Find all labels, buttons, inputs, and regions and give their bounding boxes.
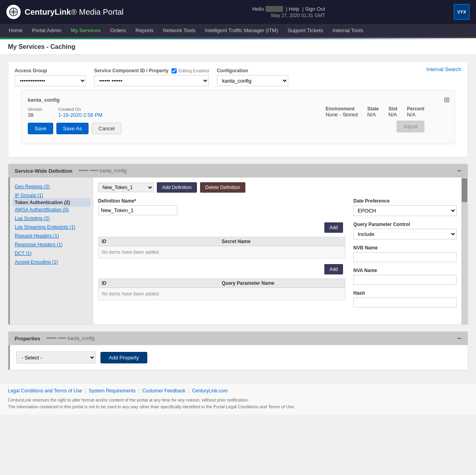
definition-left-panel: Definition Name* Add ID bbox=[98, 198, 345, 313]
sidebar-dct[interactable]: DCT (1) bbox=[15, 249, 88, 258]
nav-support-tickets[interactable]: Support Tickets bbox=[283, 24, 328, 37]
search-section: Internal Search Access Group •••••••••••… bbox=[8, 62, 468, 157]
slot-value: N/A bbox=[388, 112, 397, 118]
sidebar-log-streaming[interactable]: Log Streaming Endpoints (1) bbox=[15, 223, 88, 232]
nva-name-input[interactable] bbox=[353, 275, 457, 285]
hash-input[interactable] bbox=[353, 297, 457, 307]
service-component-label: Service Component ID / Property bbox=[94, 68, 168, 73]
config-name: kanta_config bbox=[28, 97, 448, 103]
created-on-value: 1-16-2020 2:56 PM bbox=[58, 112, 102, 118]
spreadsheet-icon[interactable]: ⊞ bbox=[444, 95, 450, 104]
definition-name-input[interactable] bbox=[98, 205, 177, 215]
page-title: My Services - Caching bbox=[8, 43, 468, 50]
footer-centurylink-link[interactable]: CenturyLink.com bbox=[189, 388, 231, 394]
sidebar-aws4[interactable]: AWS4 Authentification (0) bbox=[15, 205, 88, 214]
internal-search-link[interactable]: Internal Search bbox=[426, 66, 461, 72]
slot-label: Slot bbox=[388, 106, 397, 112]
sign-out-link[interactable]: Sign Out bbox=[305, 6, 325, 12]
footer-feedback-link[interactable]: Customer Feedback bbox=[139, 388, 189, 394]
add-qp-button[interactable]: Add bbox=[324, 264, 343, 274]
configuration-select[interactable]: kanta_config bbox=[217, 75, 288, 86]
definition-select[interactable]: New_Token_1 bbox=[98, 183, 154, 192]
header-date: May 27, 2020 01:31 GMT bbox=[271, 13, 325, 18]
service-component-label-row: Service Component ID / Property Editing … bbox=[94, 68, 209, 73]
secret-table: ID Secret Name No items have been added. bbox=[98, 237, 345, 259]
created-on-item: Created On 1-16-2020 2:56 PM bbox=[58, 106, 102, 118]
nav-my-services[interactable]: My Services bbox=[66, 24, 105, 37]
configuration-group: Configuration kanta_config bbox=[217, 68, 288, 86]
service-wide-header: Service-Wide Definition •••••• ••••• kan… bbox=[8, 164, 468, 178]
swd-content: Geo Regions (2) IP Groups (1) Token Auth… bbox=[10, 178, 468, 324]
qp-control-label: Query Parameter Control bbox=[353, 222, 457, 227]
nvb-name-field: NVB Name bbox=[353, 245, 457, 262]
sidebar-geo-regions[interactable]: Geo Regions (2) bbox=[15, 182, 88, 191]
properties-row: - Select - Add Property bbox=[16, 351, 461, 363]
environment-info: Environment None - Stored State N/A Slot… bbox=[326, 106, 424, 132]
nav-network-tools[interactable]: Network Tools bbox=[158, 24, 200, 37]
nva-name-label: NVA Name bbox=[353, 268, 457, 273]
config-actions: Save Save As Cancel bbox=[28, 123, 121, 134]
delete-definition-button[interactable]: Delete Definition bbox=[200, 182, 245, 193]
cancel-button[interactable]: Cancel bbox=[92, 123, 121, 134]
percent-item: Percent N/A bbox=[407, 106, 424, 118]
swd-scrollbar[interactable] bbox=[461, 178, 468, 324]
sidebar-request-headers[interactable]: Request Headers (1) bbox=[15, 232, 88, 240]
config-inner-card: ⊞ kanta_config Version 38 Created On 1-1… bbox=[21, 90, 455, 144]
header-logo: CenturyLink® Media Portal bbox=[6, 5, 123, 19]
service-wide-toggle[interactable]: − bbox=[457, 167, 461, 174]
qp-control-select[interactable]: Include bbox=[353, 229, 457, 239]
save-as-button[interactable]: Save As bbox=[56, 123, 89, 134]
footer-links: Legal Conditions and Terms of Use System… bbox=[8, 388, 468, 394]
qp-control-field: Query Parameter Control Include bbox=[353, 222, 457, 239]
service-component-select[interactable]: •••••• •••••• bbox=[94, 75, 209, 86]
swd-sidebar: Geo Regions (2) IP Groups (1) Token Auth… bbox=[10, 178, 93, 324]
nav-itm[interactable]: Intelligent Traffic Manager (ITM) bbox=[200, 24, 283, 37]
add-secret-btn-row: Add bbox=[98, 221, 345, 234]
footer-legal-link[interactable]: Legal Conditions and Terms of Use bbox=[8, 388, 86, 394]
qp-table-header: ID Query Parameter Name bbox=[98, 279, 345, 288]
help-link[interactable]: Help bbox=[289, 6, 299, 12]
properties-title-row: Properties •••••• ••••• kanta_config bbox=[15, 336, 94, 342]
qp-table-body: No items have been added. bbox=[98, 288, 345, 300]
access-group-select[interactable]: •••••••••••••• bbox=[15, 75, 86, 86]
environment-item: Environment None - Stored bbox=[326, 106, 358, 118]
slot-item: Slot N/A bbox=[388, 106, 397, 118]
state-item: State N/A bbox=[367, 106, 379, 118]
add-definition-button[interactable]: Add Definition bbox=[157, 182, 197, 193]
header: CenturyLink® Media Portal Hello ••••••••… bbox=[0, 0, 476, 24]
nvb-name-input[interactable] bbox=[353, 252, 457, 262]
properties-body: - Select - Add Property bbox=[8, 345, 468, 370]
footer-system-req-link[interactable]: System Requirements bbox=[86, 388, 139, 394]
sidebar-accept-encoding[interactable]: Accept-Encoding (1) bbox=[15, 258, 88, 266]
nav-home[interactable]: Home bbox=[4, 24, 27, 37]
sidebar-lua-scripting[interactable]: Lua Scripting (2) bbox=[15, 214, 88, 223]
nav-bar: Home Portal Admin My Services Orders Rep… bbox=[0, 24, 476, 38]
add-qp-btn-row: Add bbox=[98, 263, 345, 276]
adjust-button[interactable]: Adjust bbox=[397, 121, 424, 132]
config-info-row: Version 38 Created On 1-16-2020 2:56 PM bbox=[28, 106, 121, 118]
editing-enabled-checkbox[interactable] bbox=[172, 68, 177, 73]
properties-select[interactable]: - Select - bbox=[16, 351, 96, 363]
save-button[interactable]: Save bbox=[28, 123, 53, 134]
nav-orders[interactable]: Orders bbox=[106, 24, 131, 37]
search-form-row: Access Group •••••••••••••• Service Comp… bbox=[15, 68, 461, 86]
qp-id-header: ID bbox=[102, 280, 222, 286]
nav-portal-admin[interactable]: Portal Admin bbox=[27, 24, 66, 37]
nav-internal-tools[interactable]: Internal Tools bbox=[328, 24, 368, 37]
qp-name-header: Query Parameter Name bbox=[222, 280, 342, 286]
version-value: 38 bbox=[28, 112, 42, 118]
swd-main-area: New_Token_1 Add Definition Delete Defini… bbox=[93, 178, 461, 324]
qp-section: Add ID Query Parameter Name No items hav… bbox=[98, 263, 345, 300]
add-property-button[interactable]: Add Property bbox=[100, 352, 147, 363]
footer-disclaimer-1: CenturyLink reserves the right to alter … bbox=[8, 397, 468, 404]
service-wide-subtitle: •••••• ••••• kanta_config bbox=[79, 168, 127, 174]
nav-reports[interactable]: Reports bbox=[131, 24, 158, 37]
add-secret-button[interactable]: Add bbox=[324, 222, 343, 233]
properties-title: Properties bbox=[15, 336, 40, 342]
definition-name-label: Definition Name* bbox=[98, 198, 345, 204]
vyx-logo: VYX bbox=[454, 4, 470, 20]
properties-toggle[interactable]: − bbox=[457, 335, 461, 342]
date-preference-select[interactable]: EPOCH bbox=[353, 205, 457, 216]
sidebar-response-headers[interactable]: Response Headers (1) bbox=[15, 240, 88, 249]
footer-disclaimer: CenturyLink reserves the right to alter … bbox=[8, 397, 468, 410]
